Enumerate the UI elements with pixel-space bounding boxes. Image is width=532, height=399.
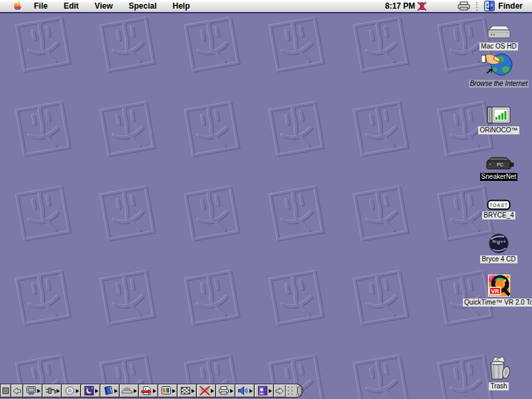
popup-arrow-icon <box>95 389 98 393</box>
quicktime-vr-icon: VR <box>487 274 511 297</box>
printer-menu-icon[interactable] <box>458 1 470 11</box>
popup-arrow-icon <box>249 389 253 393</box>
icon-label: SneakerNet <box>480 173 518 181</box>
popup-arrow-icon <box>269 389 272 393</box>
popup-arrow-icon <box>153 389 156 393</box>
control-strip-module-location[interactable] <box>254 384 274 398</box>
checkerboard-icon <box>180 386 191 396</box>
arrow-right-icon <box>275 387 284 395</box>
hard-drive-icon <box>485 24 512 41</box>
control-strip-module-energy-saver[interactable] <box>42 384 62 398</box>
desktop-icon-mac-os-hd[interactable]: Mac OS HD <box>466 24 532 51</box>
menu-special[interactable]: Special <box>120 0 164 12</box>
desktop-icon-browse-the-internet[interactable]: Browse the Internet <box>466 49 532 88</box>
moon-stars-icon <box>84 386 94 396</box>
control-strip-scroll-right[interactable] <box>273 384 286 398</box>
pc-card-signal-icon <box>485 105 512 125</box>
control-strip-module-display[interactable] <box>23 384 43 398</box>
document-arrows-icon <box>141 386 152 396</box>
menu-help[interactable]: Help <box>165 0 198 12</box>
popup-arrow-icon <box>114 389 118 393</box>
control-strip-module-cd-audio[interactable] <box>61 384 81 398</box>
desktop-icon-trash[interactable]: Trash <box>466 356 532 390</box>
icon-label: Trash <box>489 382 508 390</box>
arrow-left-icon <box>13 387 21 395</box>
popup-arrow-icon <box>172 389 176 393</box>
cd-icon <box>65 386 75 396</box>
cd-icon: Bryce4 <box>488 233 509 254</box>
popup-arrow-icon <box>192 389 195 393</box>
control-strip-end-tab[interactable] <box>285 384 303 398</box>
menu-bar-divider <box>476 2 479 11</box>
control-strip-module-color-depth[interactable] <box>158 384 178 398</box>
active-app-name[interactable]: Finder <box>498 1 523 11</box>
globe-hand-alias-icon <box>481 49 516 78</box>
wallpaper-pattern <box>0 13 532 399</box>
icon-label: BRYCE_4 <box>482 211 515 219</box>
control-strip-module-keyboard[interactable] <box>119 384 139 398</box>
icon-label: QuickTime™ VR 2.0 To <box>463 299 532 307</box>
display-icon <box>26 386 37 396</box>
power-plug-icon <box>45 386 56 396</box>
desktop-icon-bryce-4[interactable]: TOAST BRYCE_4 <box>466 200 532 219</box>
svg-text:VR: VR <box>491 288 499 295</box>
trash-full-icon <box>484 356 513 381</box>
icon-label: Bryce 4 CD <box>480 255 517 263</box>
appletalk-x-icon <box>200 386 210 396</box>
pc-drive-icon: PC <box>483 156 515 172</box>
desktop-icon-quicktime-vr[interactable]: VR QuickTime™ VR 2.0 To <box>466 274 532 307</box>
user-window-icon <box>257 386 268 396</box>
keyboard-icon <box>122 386 133 396</box>
popup-arrow-icon <box>76 389 79 393</box>
menu-file[interactable]: File <box>26 0 56 12</box>
control-strip <box>0 384 303 398</box>
finder-icon <box>484 1 495 11</box>
toast-image-icon: TOAST <box>487 200 511 210</box>
menu-view[interactable]: View <box>86 0 120 12</box>
control-strip-module-file-sharing[interactable] <box>100 384 120 398</box>
printer-icon <box>218 386 229 396</box>
icon-label: ORiNOCO™ <box>478 126 519 134</box>
control-strip-module-printer-selector[interactable] <box>215 384 235 398</box>
apple-icon <box>13 1 22 11</box>
blue-book-icon <box>103 386 114 396</box>
popup-arrow-icon <box>134 389 137 393</box>
popup-arrow-icon <box>211 389 214 393</box>
svg-text:PC: PC <box>497 162 503 167</box>
menu-edit[interactable]: Edit <box>56 0 87 12</box>
menu-bar: File Edit View Special Help 8:17 PM <box>0 0 532 13</box>
busy-x-icon[interactable] <box>417 1 427 11</box>
desktop-screen: File Edit View Special Help 8:17 PM <box>0 0 532 399</box>
menu-bar-right: 8:17 PM <box>385 1 532 11</box>
control-strip-module-resolution[interactable] <box>177 384 197 398</box>
desktop-icon-orinoco[interactable]: ORiNOCO™ <box>466 105 532 134</box>
control-strip-module-sound-volume[interactable] <box>235 384 255 398</box>
svg-text:TOAST: TOAST <box>489 203 508 207</box>
control-strip-scroll-left[interactable] <box>11 384 23 398</box>
control-strip-module-appletalk-off[interactable] <box>196 384 216 398</box>
menu-bar-clock[interactable]: 8:17 PM <box>385 1 415 11</box>
popup-arrow-icon <box>57 389 60 393</box>
popup-arrow-icon <box>230 389 233 393</box>
desktop-icon-bryce-4-cd[interactable]: Bryce4 Bryce 4 CD <box>466 233 532 263</box>
desktop-icon-sneakernet[interactable]: PC SneakerNet <box>466 156 532 181</box>
control-strip-collapse-tab[interactable] <box>0 384 11 398</box>
icon-label: Browse the Internet <box>469 80 529 88</box>
apple-menu[interactable] <box>13 1 22 11</box>
grip-tab-icon <box>285 384 303 398</box>
desktop-background[interactable]: Mac OS HD Browse the Internet <box>0 13 532 399</box>
popup-arrow-icon <box>37 389 41 393</box>
control-strip-module-sleep[interactable] <box>80 384 100 398</box>
control-strip-module-sharing-activity[interactable] <box>138 384 158 398</box>
color-bars-monitor-icon <box>161 386 172 396</box>
speaker-icon <box>237 386 249 396</box>
svg-text:Bryce4: Bryce4 <box>492 239 505 244</box>
